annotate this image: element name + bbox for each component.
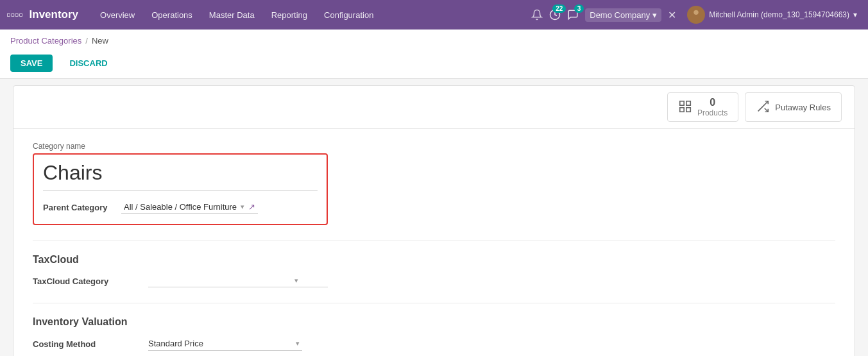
taxcloud-category-row: TaxCloud Category ▾ xyxy=(33,275,835,287)
activity-badge: 22 xyxy=(552,4,566,13)
form-card: 0 Products Putaway Rules xyxy=(13,85,855,356)
breadcrumb: Product Categories / New xyxy=(10,36,858,46)
parent-category-dropdown-icon[interactable]: ▾ xyxy=(241,203,244,211)
company-selector[interactable]: Demo Company ▾ xyxy=(585,8,661,22)
putaway-rules-icon xyxy=(756,99,770,115)
close-icon[interactable]: ✕ xyxy=(668,9,676,21)
messages-icon[interactable]: 3 xyxy=(567,9,579,21)
nav-item-configuration[interactable]: Configuration xyxy=(318,8,380,22)
user-avatar xyxy=(687,6,705,24)
user-name: Mitchell Admin (demo_130_1594704663) xyxy=(709,10,849,19)
activity-icon[interactable]: 22 xyxy=(549,9,561,21)
form-body: Category name Chairs Parent Category All… xyxy=(13,129,855,356)
company-dropdown-icon: ▾ xyxy=(652,10,657,20)
main-content: 0 Products Putaway Rules xyxy=(0,79,868,356)
messages-badge: 3 xyxy=(574,4,584,13)
breadcrumb-parent[interactable]: Product Categories xyxy=(10,36,81,46)
breadcrumb-area: Product Categories / New SAVE DISCARD xyxy=(0,30,868,79)
nav-right: 22 3 Demo Company ▾ ✕ Mitchell Admin (de… xyxy=(531,4,862,26)
section-divider-2 xyxy=(33,303,835,303)
products-smart-btn-text: 0 Products xyxy=(697,97,728,117)
nav-menu: Overview Operations Master Data Reportin… xyxy=(94,8,531,22)
svg-rect-3 xyxy=(686,101,690,105)
taxcloud-dropdown-icon[interactable]: ▾ xyxy=(294,276,298,285)
svg-rect-5 xyxy=(686,107,690,111)
action-bar: SAVE DISCARD xyxy=(10,51,858,78)
user-menu[interactable]: Mitchell Admin (demo_130_1594704663) ▾ xyxy=(683,4,862,26)
taxcloud-category-label: TaxCloud Category xyxy=(33,276,148,286)
discard-button[interactable]: DISCARD xyxy=(59,55,117,72)
putaway-rules-text: Putaway Rules xyxy=(775,103,831,112)
nav-item-overview[interactable]: Overview xyxy=(94,8,141,22)
inventory-valuation-title: Inventory Valuation xyxy=(33,316,835,328)
costing-method-row: Costing Method Standard Price ▾ xyxy=(33,337,835,351)
taxcloud-section-title: TaxCloud xyxy=(33,254,835,266)
svg-point-1 xyxy=(694,10,699,15)
products-label: Products xyxy=(697,108,728,117)
breadcrumb-separator: / xyxy=(85,36,88,46)
putaway-rules-label: Putaway Rules xyxy=(775,103,831,112)
costing-method-dropdown-icon[interactable]: ▾ xyxy=(296,339,300,348)
section-divider-1 xyxy=(33,241,835,241)
parent-category-text: All / Saleable / Office Furniture xyxy=(124,202,237,212)
svg-rect-4 xyxy=(680,107,684,111)
svg-rect-2 xyxy=(680,101,684,105)
costing-method-label: Costing Method xyxy=(33,339,148,349)
taxcloud-section: TaxCloud TaxCloud Category ▾ xyxy=(33,254,835,287)
parent-category-label: Parent Category xyxy=(43,203,114,212)
products-list-icon xyxy=(678,99,692,115)
parent-category-row: Parent Category All / Saleable / Office … xyxy=(43,201,318,214)
parent-category-value[interactable]: All / Saleable / Office Furniture ▾ ↗ xyxy=(121,201,258,214)
putaway-rules-smart-button[interactable]: Putaway Rules xyxy=(745,92,842,122)
taxcloud-category-value[interactable]: ▾ xyxy=(148,275,328,287)
company-name: Demo Company xyxy=(590,10,650,20)
notification-bell[interactable] xyxy=(531,9,543,21)
products-smart-button[interactable]: 0 Products xyxy=(667,92,738,122)
smart-buttons-row: 0 Products Putaway Rules xyxy=(13,86,855,129)
category-name-section: Category name Chairs Parent Category All… xyxy=(33,142,835,225)
inventory-valuation-section: Inventory Valuation Costing Method Stand… xyxy=(33,316,835,356)
category-name-input-wrapper[interactable]: Chairs Parent Category All / Saleable / … xyxy=(33,153,328,225)
external-link-icon[interactable]: ↗ xyxy=(248,202,255,212)
nav-item-reporting[interactable]: Reporting xyxy=(265,8,314,22)
breadcrumb-current: New xyxy=(92,36,108,46)
nav-item-masterdata[interactable]: Master Data xyxy=(203,8,261,22)
category-name-value[interactable]: Chairs xyxy=(43,161,318,191)
app-grid-icon[interactable]: ▫▫▫▫ xyxy=(6,8,23,22)
nav-item-operations[interactable]: Operations xyxy=(145,8,199,22)
products-count: 0 xyxy=(697,97,728,108)
costing-method-value[interactable]: Standard Price ▾ xyxy=(148,337,302,351)
save-button[interactable]: SAVE xyxy=(10,55,53,72)
user-dropdown-icon: ▾ xyxy=(853,10,857,19)
top-navigation: ▫▫▫▫ Inventory Overview Operations Maste… xyxy=(0,0,868,30)
category-name-label: Category name xyxy=(33,142,835,151)
app-title: Inventory xyxy=(30,8,79,21)
costing-method-text: Standard Price xyxy=(148,339,203,348)
